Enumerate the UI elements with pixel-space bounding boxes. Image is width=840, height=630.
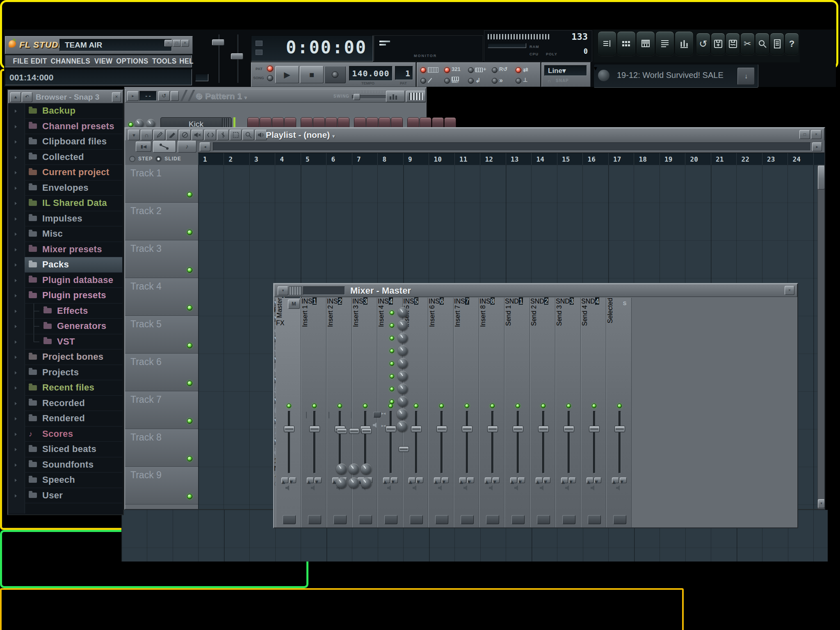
- strip-enable-led[interactable]: [414, 404, 418, 408]
- track-enable-led[interactable]: [187, 230, 192, 235]
- save-button[interactable]: [726, 33, 740, 55]
- punch-icon[interactable]: ⊥: [523, 77, 539, 85]
- route-up-icon[interactable]: ▴: [536, 477, 543, 483]
- route-down-icon[interactable]: ▾: [315, 477, 322, 483]
- browser-item-projects[interactable]: Projects: [25, 365, 122, 381]
- fx-slot-4-enable-led[interactable]: [390, 349, 394, 353]
- strip-slot-button[interactable]: [410, 515, 423, 524]
- graph-editor-icon[interactable]: [386, 91, 405, 102]
- track-header-track-1[interactable]: Track 1: [125, 165, 198, 203]
- typing-keyboard-icon-led[interactable]: [420, 67, 426, 73]
- browser-item-sliced-beats[interactable]: Sliced beats: [25, 442, 122, 457]
- route-down-icon[interactable]: ▾: [493, 477, 500, 483]
- expand-icon[interactable]: [15, 187, 17, 190]
- expand-icon[interactable]: [15, 217, 17, 221]
- track-enable-led[interactable]: [187, 456, 192, 461]
- marker-button[interactable]: ▮◀: [136, 142, 151, 152]
- paint-tool[interactable]: [166, 130, 178, 140]
- route-down-icon[interactable]: ▾: [543, 477, 550, 483]
- expand-icon[interactable]: [15, 125, 17, 128]
- undo-icon[interactable]: ↺: [158, 91, 170, 101]
- mixer-strip-send-4[interactable]: SND4Send 4▴▾: [581, 298, 606, 527]
- browser-item-packs[interactable]: Packs: [25, 257, 122, 273]
- step-edit-icon-led[interactable]: [492, 78, 498, 84]
- chevron-right-icon[interactable]: ▸: [127, 91, 139, 101]
- playlist-button[interactable]: [598, 31, 616, 56]
- expand-icon[interactable]: [15, 340, 17, 344]
- fx-slot-2-mix-knob[interactable]: [398, 320, 408, 330]
- volume-slider-handle[interactable]: [212, 39, 224, 46]
- expand-icon[interactable]: [15, 325, 17, 328]
- mixer-button[interactable]: [675, 31, 694, 56]
- scrollbar-handle[interactable]: [818, 166, 825, 189]
- strip-slot-button[interactable]: [562, 515, 575, 524]
- route-down-icon[interactable]: ▾: [289, 477, 296, 483]
- eq-knob-1[interactable]: [336, 463, 347, 474]
- track-header-track-8[interactable]: Track 8: [125, 429, 198, 467]
- fx-slot-5-mix-knob[interactable]: [398, 358, 408, 368]
- volume-fader[interactable]: [614, 426, 625, 432]
- route-down-icon[interactable]: ▾: [467, 477, 474, 483]
- strip-slot-button[interactable]: [588, 515, 601, 524]
- minimize-icon[interactable]: −: [164, 40, 173, 47]
- fx-slot-2-enable-led[interactable]: [390, 323, 394, 328]
- zoom-tool[interactable]: [242, 130, 254, 140]
- volume-fader[interactable]: [538, 426, 549, 432]
- expand-icon[interactable]: [15, 433, 17, 436]
- browser-item-rendered[interactable]: Rendered: [25, 411, 122, 427]
- menu-item-edit[interactable]: EDIT: [31, 57, 47, 66]
- track-header-track-2[interactable]: Track 2: [125, 203, 198, 240]
- fx-slot-1-enable-led[interactable]: [390, 310, 394, 315]
- expand-icon[interactable]: [15, 356, 17, 359]
- browser-item-plugin-database[interactable]: Plugin database: [25, 273, 122, 288]
- time-mode-clock-icon[interactable]: [256, 50, 262, 55]
- browser-item-backup[interactable]: Backup: [25, 103, 122, 119]
- loop-record-icon[interactable]: R↺: [499, 66, 515, 74]
- browser-item-scores[interactable]: ♪Scores: [25, 427, 122, 442]
- mixer-strip-insert-1[interactable]: INS1Insert 1▴▾: [301, 298, 326, 527]
- expand-icon[interactable]: [15, 417, 17, 420]
- strip-enable-led[interactable]: [388, 404, 393, 408]
- dry-wet-knob[interactable]: [397, 409, 408, 419]
- strip-enable-led[interactable]: [490, 404, 495, 408]
- expand-icon[interactable]: [15, 494, 17, 498]
- fx-slot-7-enable-led[interactable]: [390, 387, 394, 391]
- browser-item-current-project[interactable]: Current project: [25, 165, 122, 180]
- route-down-icon[interactable]: ▾: [620, 477, 627, 483]
- wait-input-icon[interactable]: WAIT: [452, 77, 467, 85]
- track-enable-led[interactable]: [187, 305, 192, 310]
- strip-slot-button[interactable]: [461, 515, 474, 524]
- eq-low-handle[interactable]: [337, 428, 347, 434]
- route-up-icon[interactable]: ▴: [561, 477, 568, 483]
- tempo-display[interactable]: 140.000: [349, 66, 393, 81]
- track-header-track-3[interactable]: Track 3: [125, 240, 198, 278]
- eq-knob-4[interactable]: [336, 477, 347, 488]
- expand-icon[interactable]: [15, 248, 17, 251]
- volume-fader[interactable]: [386, 426, 396, 432]
- volume-fader[interactable]: [487, 426, 498, 432]
- expand-icon[interactable]: [15, 448, 17, 451]
- volume-fader[interactable]: [564, 426, 574, 432]
- route-down-icon[interactable]: ▾: [391, 477, 398, 483]
- volume-fader[interactable]: [513, 426, 523, 432]
- expand-icon[interactable]: [15, 202, 17, 205]
- browser-up-icon[interactable]: ▴: [10, 92, 21, 102]
- horizontal-scrollbar[interactable]: [213, 142, 811, 151]
- snap-selector[interactable]: Line▾: [544, 65, 587, 76]
- browser-item-user[interactable]: User: [25, 488, 122, 504]
- mixer-strip-insert-8[interactable]: INS8Insert 8▴▾: [479, 298, 504, 527]
- foot-pedal-icon-led[interactable]: [468, 78, 474, 84]
- browser-item-generators[interactable]: Generators: [25, 319, 122, 334]
- playlist-titlebar[interactable]: ▾∩ ▸ Playlist - (none) ▾ □ ×: [125, 128, 824, 141]
- close-icon[interactable]: ×: [785, 286, 794, 295]
- cut-button[interactable]: ✂: [740, 33, 755, 55]
- browser-item-speech[interactable]: Speech: [25, 472, 122, 488]
- project-info-button[interactable]: [770, 33, 784, 55]
- options-dropdown[interactable]: ▾: [128, 130, 140, 140]
- mixer-strip-insert-2[interactable]: INS2Insert 2▴▾: [326, 298, 352, 527]
- browser-item-soundfonts[interactable]: Soundfonts: [25, 457, 122, 473]
- slide-radio[interactable]: [155, 156, 162, 162]
- strip-enable-led[interactable]: [592, 404, 596, 408]
- mini-toggle[interactable]: [171, 91, 179, 101]
- step-edit-icon[interactable]: »: [499, 77, 515, 85]
